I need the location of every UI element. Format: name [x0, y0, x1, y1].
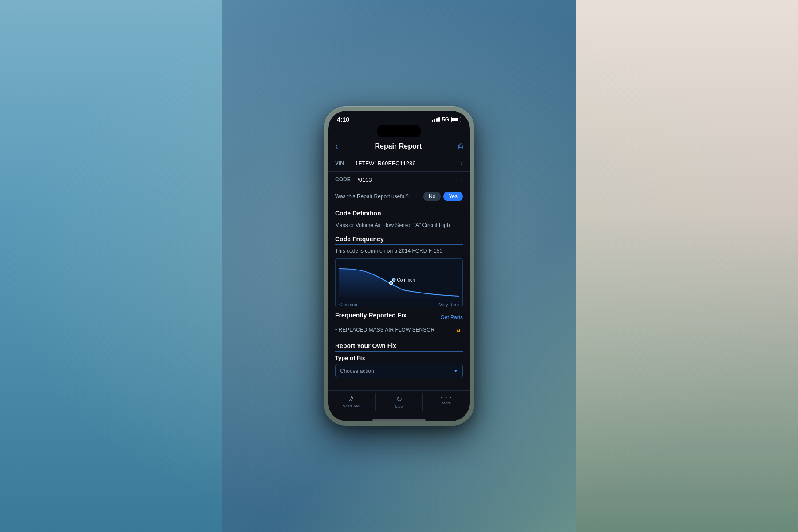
- code-field-row[interactable]: CODE P0103 ›: [328, 172, 470, 188]
- nav-header: ‹ Repair Report ⎙: [328, 137, 470, 155]
- live-label: Live: [395, 404, 403, 409]
- amazon-button[interactable]: a ›: [457, 326, 463, 333]
- home-indicator: [372, 419, 426, 421]
- code-chevron-icon: ›: [461, 176, 463, 183]
- 5g-label: 5G: [442, 117, 449, 123]
- chart-label-rare: Very Rare: [439, 302, 459, 307]
- code-frequency-section: Code Frequency This code is common on a …: [328, 231, 470, 257]
- code-definition-title: Code Definition: [335, 210, 463, 219]
- status-time: 4:10: [337, 116, 349, 123]
- more-label: More: [442, 401, 451, 405]
- battery-fill: [452, 118, 458, 121]
- status-bar: 4:10 5G: [328, 111, 470, 125]
- nav-item-scan-tool[interactable]: ⛭ Scan Tool: [328, 393, 375, 411]
- vin-label: VIN: [335, 160, 355, 166]
- scene: 4:10 5G: [0, 0, 798, 532]
- chart-axis-labels: Common Very Rare: [339, 302, 459, 307]
- scan-tool-label: Scan Tool: [343, 404, 360, 408]
- signal-bar-4: [438, 117, 440, 122]
- phone-screen: 4:10 5G: [328, 111, 470, 421]
- useful-question: Was this Repair Report useful?: [335, 193, 409, 200]
- nav-item-live[interactable]: ↻ Live: [375, 393, 422, 411]
- code-frequency-title: Code Frequency: [335, 235, 463, 245]
- get-parts-link[interactable]: Get Parts: [440, 314, 463, 321]
- signal-bar-1: [432, 120, 433, 122]
- fix-item: • REPLACED MASS AIR FLOW SENSOR a ›: [335, 324, 463, 336]
- type-of-fix-label: Type of Fix: [335, 354, 463, 362]
- dynamic-island: [377, 125, 421, 137]
- chart-common-label: Common: [397, 278, 415, 282]
- chart-label-common: Common: [339, 302, 357, 307]
- dropdown-arrow-icon: ▼: [454, 368, 458, 373]
- signal-bar-3: [436, 118, 438, 122]
- code-frequency-description: This code is common on a 2014 FORD F-150: [335, 247, 463, 255]
- scan-tool-icon: ⛭: [348, 395, 355, 403]
- chart-dot-label: Common: [392, 278, 415, 282]
- battery-icon: [451, 117, 461, 122]
- vin-chevron-icon: ›: [461, 160, 463, 167]
- content-spacer: [328, 380, 470, 390]
- phone-case: 4:10 5G: [324, 106, 474, 426]
- code-definition-section: Code Definition Mass or Volume Air Flow …: [328, 205, 470, 231]
- fix-item-text: • REPLACED MASS AIR FLOW SENSOR: [335, 327, 434, 333]
- vin-value: 1FTFW1R69EFC11286: [355, 160, 461, 167]
- bottom-nav: ⛭ Scan Tool ↻ Live • • • More: [328, 390, 470, 418]
- status-icons: 5G: [432, 117, 461, 123]
- type-of-fix-dropdown[interactable]: Choose action ▼: [335, 364, 463, 378]
- no-button[interactable]: No: [423, 192, 441, 201]
- yes-button[interactable]: Yes: [443, 192, 463, 201]
- dot-indicator: [392, 278, 396, 282]
- share-button[interactable]: ⎙: [458, 142, 463, 150]
- back-button[interactable]: ‹: [335, 141, 338, 151]
- useful-bar: Was this Repair Report useful? No Yes: [328, 188, 470, 205]
- more-icon: • • •: [441, 395, 452, 400]
- vin-field-row[interactable]: VIN 1FTFW1R69EFC11286 ›: [328, 155, 470, 172]
- amazon-arrow-icon: ›: [461, 327, 463, 333]
- code-label: CODE: [335, 176, 355, 183]
- page-title: Repair Report: [375, 142, 422, 150]
- report-own-fix-section: Report Your Own Fix Type of Fix Choose a…: [328, 338, 470, 380]
- nav-item-more[interactable]: • • • More: [422, 393, 470, 411]
- signal-bar-2: [434, 119, 435, 122]
- signal-bars: [432, 117, 440, 122]
- useful-buttons: No Yes: [423, 192, 463, 201]
- report-own-fix-title: Report Your Own Fix: [335, 342, 463, 352]
- phone-inner: 4:10 5G: [328, 111, 470, 421]
- dropdown-placeholder: Choose action: [340, 368, 374, 374]
- frequently-reported-fix-section: Frequently Reported Fix Get Parts • REPL…: [328, 307, 470, 338]
- amazon-icon: a: [457, 326, 460, 333]
- code-definition-text: Mass or Volume Air Flow Sensor "A" Circu…: [335, 222, 463, 229]
- frequency-chart: Common Common Very Rare: [335, 258, 463, 307]
- code-value: P0103: [355, 176, 461, 183]
- fix-header: Frequently Reported Fix Get Parts: [335, 312, 463, 324]
- fix-title: Frequently Reported Fix: [335, 312, 407, 321]
- live-icon: ↻: [396, 395, 402, 403]
